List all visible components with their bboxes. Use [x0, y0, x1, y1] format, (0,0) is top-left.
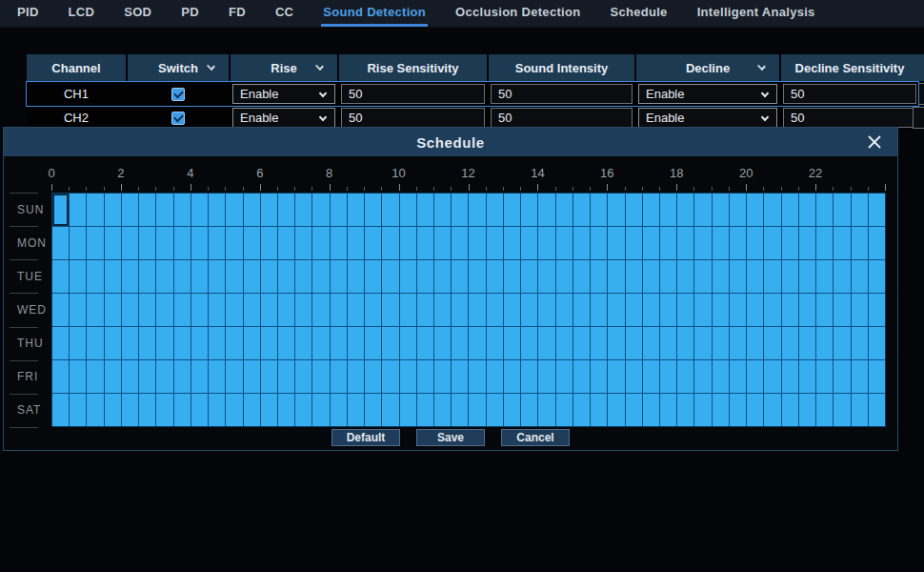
- schedule-cell[interactable]: [209, 327, 225, 359]
- schedule-cell[interactable]: [312, 327, 329, 359]
- schedule-cell[interactable]: [677, 294, 693, 326]
- schedule-cell[interactable]: [608, 294, 624, 326]
- schedule-cell[interactable]: [226, 227, 242, 259]
- schedule-cell[interactable]: [487, 260, 503, 293]
- schedule-cell[interactable]: [782, 294, 798, 326]
- schedule-cell[interactable]: [156, 260, 172, 293]
- decline-select[interactable]: Enable: [638, 108, 777, 128]
- schedule-cell[interactable]: [348, 294, 364, 326]
- save-button[interactable]: Save: [416, 429, 485, 446]
- schedule-cell[interactable]: [261, 294, 277, 326]
- schedule-cell[interactable]: [417, 194, 433, 226]
- schedule-cell[interactable]: [244, 194, 260, 226]
- schedule-cell[interactable]: [434, 394, 451, 426]
- schedule-cell[interactable]: [156, 194, 172, 226]
- decline_sensitivity-input[interactable]: 50: [783, 108, 916, 128]
- schedule-cell[interactable]: [139, 227, 155, 259]
- schedule-cell[interactable]: [312, 260, 329, 293]
- schedule-cell[interactable]: [852, 327, 868, 359]
- schedule-cell[interactable]: [52, 260, 69, 293]
- schedule-cell[interactable]: [764, 260, 780, 293]
- schedule-cell[interactable]: [244, 260, 260, 293]
- decline-select[interactable]: Enable: [638, 84, 777, 104]
- schedule-cell[interactable]: [452, 294, 468, 326]
- schedule-cell[interactable]: [643, 360, 659, 393]
- schedule-cell[interactable]: [191, 227, 208, 259]
- schedule-cell[interactable]: [261, 360, 277, 393]
- schedule-cell[interactable]: [869, 294, 885, 326]
- schedule-cell[interactable]: [400, 194, 416, 226]
- schedule-cell[interactable]: [417, 327, 433, 359]
- schedule-cell[interactable]: [626, 394, 642, 426]
- schedule-cell[interactable]: [487, 394, 503, 426]
- schedule-cell[interactable]: [538, 294, 554, 326]
- schedule-cell[interactable]: [105, 360, 121, 393]
- rise-select[interactable]: Enable: [232, 108, 335, 128]
- schedule-cell[interactable]: [261, 394, 277, 426]
- schedule-cell[interactable]: [538, 360, 554, 393]
- schedule-cell[interactable]: [87, 294, 103, 326]
- schedule-cell[interactable]: [538, 327, 554, 359]
- schedule-cell[interactable]: [521, 327, 537, 359]
- schedule-cell[interactable]: [278, 260, 294, 293]
- tab-sound-detection[interactable]: Sound Detection: [321, 0, 428, 27]
- schedule-cell[interactable]: [643, 327, 659, 359]
- schedule-cell[interactable]: [713, 227, 729, 259]
- schedule-cell[interactable]: [365, 327, 381, 359]
- schedule-cell[interactable]: [504, 294, 520, 326]
- switch-checkbox[interactable]: [171, 112, 185, 125]
- schedule-cell[interactable]: [244, 227, 260, 259]
- schedule-cell[interactable]: [487, 194, 503, 226]
- schedule-cell[interactable]: [660, 360, 676, 393]
- table-row-ch1[interactable]: CH1Enable5050Enable50: [27, 82, 918, 106]
- tab-intelligent-analysis[interactable]: Intelligent Analysis: [695, 0, 817, 27]
- schedule-cell[interactable]: [261, 260, 277, 293]
- schedule-cell[interactable]: [139, 360, 155, 393]
- schedule-cell[interactable]: [834, 327, 850, 359]
- schedule-cell[interactable]: [694, 260, 711, 293]
- schedule-cell[interactable]: [365, 294, 381, 326]
- schedule-cell[interactable]: [538, 194, 554, 226]
- schedule-cell[interactable]: [295, 360, 311, 393]
- schedule-cell[interactable]: [434, 227, 451, 259]
- schedule-cell[interactable]: [365, 194, 381, 226]
- schedule-cell[interactable]: [261, 227, 277, 259]
- schedule-cell[interactable]: [174, 294, 191, 326]
- schedule-cell[interactable]: [799, 360, 815, 393]
- schedule-cell[interactable]: [348, 394, 364, 426]
- schedule-cell[interactable]: [139, 260, 155, 293]
- schedule-cell[interactable]: [70, 327, 86, 359]
- schedule-cell[interactable]: [139, 294, 155, 326]
- schedule-cell[interactable]: [869, 227, 885, 259]
- schedule-cell[interactable]: [816, 360, 833, 393]
- schedule-cell[interactable]: [764, 360, 780, 393]
- schedule-cell[interactable]: [52, 360, 69, 393]
- schedule-cell[interactable]: [331, 294, 347, 326]
- schedule-cell[interactable]: [70, 227, 86, 259]
- schedule-cell[interactable]: [852, 360, 868, 393]
- schedule-cell[interactable]: [626, 260, 642, 293]
- schedule-cell[interactable]: [244, 294, 260, 326]
- schedule-cell[interactable]: [312, 360, 329, 393]
- schedule-cell[interactable]: [852, 260, 868, 293]
- default-button[interactable]: Default: [331, 429, 400, 446]
- schedule-cell[interactable]: [156, 360, 172, 393]
- schedule-cell[interactable]: [782, 227, 798, 259]
- schedule-cell[interactable]: [191, 394, 208, 426]
- schedule-cell[interactable]: [591, 260, 607, 293]
- schedule-cell[interactable]: [70, 394, 86, 426]
- schedule-cell[interactable]: [764, 327, 780, 359]
- schedule-cell[interactable]: [573, 394, 590, 426]
- schedule-cell[interactable]: [122, 327, 138, 359]
- schedule-cell[interactable]: [869, 260, 885, 293]
- schedule-cell[interactable]: [87, 227, 103, 259]
- schedule-cell[interactable]: [209, 194, 225, 226]
- schedule-cell[interactable]: [348, 194, 364, 226]
- schedule-cell[interactable]: [105, 194, 121, 226]
- schedule-cell[interactable]: [469, 294, 485, 326]
- schedule-cell[interactable]: [747, 194, 763, 226]
- schedule-cell[interactable]: [452, 360, 468, 393]
- schedule-cell[interactable]: [122, 260, 138, 293]
- schedule-cell[interactable]: [348, 360, 364, 393]
- schedule-cell[interactable]: [538, 227, 554, 259]
